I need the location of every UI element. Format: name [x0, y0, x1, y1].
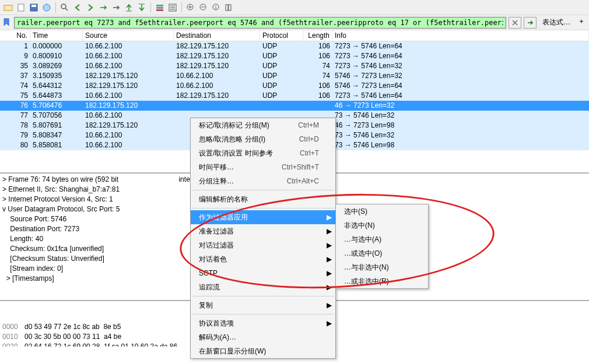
- col-header-protocol[interactable]: Protocol: [260, 30, 303, 41]
- menu-separator: [192, 296, 334, 296]
- svg-rect-23: [226, 5, 228, 10]
- col-header-destination[interactable]: Destination: [174, 30, 260, 41]
- globe-icon[interactable]: [41, 2, 52, 13]
- packet-row[interactable]: 765.706476182.129.175.12046 → 7273 Len=3…: [0, 101, 589, 111]
- menu-item[interactable]: 复制▶: [191, 298, 335, 312]
- menu-separator: [192, 190, 334, 190]
- zoom-in-icon[interactable]: [185, 2, 197, 13]
- clear-filter-button[interactable]: [509, 17, 521, 29]
- svg-rect-0: [4, 5, 12, 10]
- svg-rect-9: [156, 5, 163, 6]
- submenu-item[interactable]: …或选中(O): [336, 246, 428, 260]
- submenu-item[interactable]: …或非选中(R): [336, 274, 428, 288]
- menu-item[interactable]: 忽略/取消忽略 分组(I)Ctrl+D: [191, 132, 335, 146]
- jump-icon[interactable]: [97, 2, 109, 13]
- context-menu: 标记/取消标记 分组(M)Ctrl+M忽略/取消忽略 分组(I)Ctrl+D设置…: [190, 118, 336, 359]
- menu-item[interactable]: 准备过滤器▶: [191, 224, 335, 238]
- forward-icon[interactable]: [85, 2, 96, 13]
- apply-filter-button[interactable]: [524, 17, 537, 29]
- packet-row[interactable]: 353.08926910.66.2.100182.129.175.120UDP7…: [0, 61, 589, 71]
- submenu-item[interactable]: …与非选中(N): [336, 260, 428, 274]
- svg-point-5: [61, 4, 66, 9]
- col-header-no[interactable]: No.: [0, 30, 30, 41]
- menu-item[interactable]: 编辑解析的名称: [191, 192, 335, 206]
- packet-list-header: No. Time Source Destination Protocol Len…: [0, 30, 589, 41]
- svg-rect-11: [156, 9, 163, 11]
- menu-item[interactable]: SCTP▶: [191, 266, 335, 280]
- page-icon[interactable]: [15, 2, 27, 13]
- menu-item[interactable]: 设置/取消设置 时间参考Ctrl+T: [191, 146, 335, 160]
- submenu-item[interactable]: …与选中(A): [336, 232, 428, 246]
- zoom-reset-icon[interactable]: 1: [211, 2, 222, 13]
- col-header-length[interactable]: Length: [303, 30, 332, 41]
- svg-rect-24: [229, 5, 231, 10]
- submenu-item[interactable]: 选中(S): [336, 204, 428, 218]
- menu-item[interactable]: 作为过滤器应用▶: [191, 210, 335, 224]
- jump2-icon[interactable]: [110, 2, 122, 13]
- menu-separator: [192, 314, 334, 314]
- toolbar-separator: [181, 2, 182, 13]
- svg-rect-10: [156, 7, 163, 9]
- menu-item[interactable]: 协议首选项▶: [191, 316, 335, 330]
- svg-rect-1: [18, 4, 24, 11]
- menu-item[interactable]: 时间平移…Ctrl+Shift+T: [191, 160, 335, 174]
- back-icon[interactable]: [72, 2, 83, 13]
- main-toolbar: 1: [0, 0, 589, 15]
- save-icon[interactable]: [28, 2, 40, 13]
- svg-rect-3: [31, 5, 36, 7]
- svg-text:1: 1: [215, 5, 218, 10]
- col-header-source[interactable]: Source: [83, 30, 174, 41]
- menu-item[interactable]: 在新窗口显示分组(W): [191, 344, 335, 358]
- menu-item[interactable]: 解码为(A)…: [191, 330, 335, 344]
- menu-separator: [192, 208, 334, 208]
- autoscroll-icon[interactable]: [167, 2, 178, 13]
- packet-row[interactable]: 373.150935182.129.175.12010.66.2.100UDP7…: [0, 71, 589, 81]
- display-filter-input[interactable]: [14, 17, 506, 29]
- col-header-time[interactable]: Time: [30, 30, 83, 41]
- packet-row[interactable]: 10.00000010.66.2.100182.129.175.120UDP10…: [0, 41, 589, 51]
- zoom-out-icon[interactable]: [198, 2, 209, 13]
- toolbar-separator: [150, 2, 151, 13]
- menu-item[interactable]: 对话着色▶: [191, 252, 335, 266]
- svg-point-4: [43, 4, 50, 11]
- add-filter-button[interactable]: +: [576, 17, 587, 28]
- context-submenu: 选中(S)非选中(N)…与选中(A)…或选中(O)…与非选中(N)…或非选中(R…: [335, 204, 429, 289]
- colorize-icon[interactable]: [154, 2, 166, 13]
- packet-row[interactable]: 90.80091010.66.2.100182.129.175.120UDP10…: [0, 51, 589, 61]
- svg-line-6: [65, 8, 68, 10]
- bookmark-icon[interactable]: [2, 18, 12, 27]
- last-icon[interactable]: [136, 2, 148, 13]
- toolbar-separator: [55, 2, 56, 13]
- find-icon[interactable]: [59, 2, 71, 13]
- packet-row[interactable]: 755.64487310.66.2.100182.129.175.120UDP1…: [0, 91, 589, 101]
- resize-cols-icon[interactable]: [223, 2, 235, 13]
- first-icon[interactable]: [123, 2, 135, 13]
- col-header-info[interactable]: Info: [332, 30, 589, 41]
- submenu-item[interactable]: 非选中(N): [336, 218, 428, 232]
- folder-icon[interactable]: [2, 2, 14, 13]
- menu-item[interactable]: 追踪流▶: [191, 280, 335, 294]
- menu-item[interactable]: 标记/取消标记 分组(M)Ctrl+M: [191, 118, 335, 132]
- filter-bar: 表达式… +: [0, 15, 589, 30]
- menu-item[interactable]: 分组注释…Ctrl+Alt+C: [191, 174, 335, 188]
- expression-button[interactable]: 表达式…: [539, 17, 574, 27]
- packet-row[interactable]: 745.644312182.129.175.12010.66.2.100UDP1…: [0, 81, 589, 91]
- menu-item[interactable]: 对话过滤器▶: [191, 238, 335, 252]
